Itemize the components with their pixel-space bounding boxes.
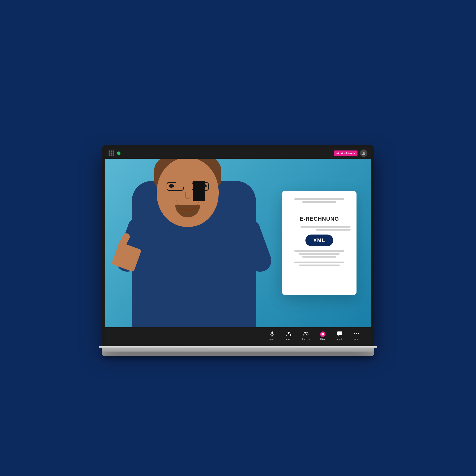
mute-button[interactable]: mute bbox=[265, 329, 280, 342]
head bbox=[157, 159, 219, 227]
laptop-base bbox=[102, 346, 374, 352]
mic-icon bbox=[269, 331, 275, 337]
laptop-bottom bbox=[102, 352, 374, 356]
more-label: more bbox=[354, 338, 359, 341]
glasses-left-frame bbox=[167, 182, 184, 191]
neck bbox=[176, 170, 192, 187]
thumb bbox=[117, 232, 131, 250]
chat-button[interactable]: chat bbox=[332, 329, 347, 342]
svg-point-8 bbox=[306, 332, 308, 333]
grid-dot bbox=[111, 150, 112, 152]
svg-rect-9 bbox=[337, 331, 342, 335]
hand bbox=[111, 242, 142, 272]
doc-line bbox=[302, 201, 337, 203]
hair bbox=[154, 159, 221, 189]
rec-label: REC bbox=[320, 337, 325, 340]
doc-line bbox=[299, 265, 340, 266]
document-card: E-RECHNUNG XML bbox=[282, 191, 357, 295]
glasses bbox=[167, 182, 209, 191]
beard bbox=[175, 205, 200, 217]
svg-point-7 bbox=[304, 332, 306, 333]
doc-lines-top bbox=[288, 198, 351, 203]
group-icon bbox=[303, 331, 309, 337]
grid-dot bbox=[113, 152, 114, 154]
screen-content: E-RECHNUNG XML bbox=[105, 159, 371, 327]
eye-right bbox=[201, 184, 207, 188]
svg-rect-1 bbox=[271, 331, 273, 334]
doc-lines-bot bbox=[288, 250, 351, 258]
glasses-bridge bbox=[186, 186, 190, 186]
rec-icon bbox=[320, 331, 326, 337]
svg-point-12 bbox=[358, 333, 359, 334]
doc-line bbox=[316, 229, 351, 231]
nose bbox=[185, 192, 190, 199]
grid-dot bbox=[113, 150, 114, 152]
doc-line bbox=[300, 226, 351, 228]
grid-dot bbox=[109, 150, 110, 152]
shirt bbox=[132, 181, 256, 327]
smile bbox=[177, 200, 199, 211]
control-bar: mute invite bbox=[105, 327, 371, 344]
laptop-screen-outer: +invite friends bbox=[102, 145, 374, 346]
laptop-hinge bbox=[99, 346, 377, 348]
laptop: +invite friends bbox=[102, 145, 374, 356]
user-avatar bbox=[360, 149, 367, 157]
mute-label: mute bbox=[269, 338, 275, 341]
doc-lines-extra bbox=[288, 262, 351, 266]
shirt-collar bbox=[193, 181, 205, 201]
arm-right bbox=[235, 216, 274, 275]
rec-button[interactable]: REC bbox=[315, 330, 330, 342]
svg-point-11 bbox=[356, 333, 357, 334]
doc-line bbox=[302, 256, 337, 258]
svg-point-0 bbox=[363, 152, 365, 153]
status-dot bbox=[117, 151, 120, 155]
grid-icon bbox=[109, 150, 114, 156]
laptop-screen-bezel: +invite friends bbox=[105, 148, 371, 344]
glasses-right-frame bbox=[192, 182, 209, 191]
friends-label: friends bbox=[302, 338, 310, 341]
doc-line bbox=[294, 262, 344, 263]
more-icon bbox=[354, 331, 359, 337]
doc-title: E-RECHNUNG bbox=[299, 216, 339, 222]
topbar-left bbox=[109, 150, 120, 156]
grid-dot bbox=[111, 152, 112, 154]
invite-label: invite bbox=[286, 338, 292, 341]
grid-dot bbox=[111, 154, 112, 156]
eye-left bbox=[169, 184, 174, 188]
svg-point-10 bbox=[354, 333, 355, 334]
grid-dot bbox=[109, 154, 110, 156]
chat-icon bbox=[337, 331, 342, 337]
arm-left bbox=[113, 214, 153, 275]
rec-square bbox=[322, 333, 324, 335]
grid-dot bbox=[113, 154, 114, 156]
friends-button[interactable]: friends bbox=[298, 329, 313, 342]
more-button[interactable]: more bbox=[349, 329, 364, 342]
xml-badge: XML bbox=[305, 235, 333, 246]
person-add-icon bbox=[286, 331, 292, 337]
grid-dot bbox=[109, 152, 110, 154]
doc-line bbox=[294, 198, 344, 200]
topbar-right: +invite friends bbox=[334, 149, 367, 157]
doc-line bbox=[299, 253, 340, 255]
invite-button[interactable]: invite bbox=[282, 329, 297, 342]
screen-topbar: +invite friends bbox=[105, 148, 371, 159]
chat-label: chat bbox=[337, 338, 342, 341]
scene: +invite friends bbox=[64, 64, 412, 412]
doc-line bbox=[294, 250, 344, 252]
invite-friends-button[interactable]: +invite friends bbox=[334, 150, 357, 156]
doc-lines-mid bbox=[288, 226, 351, 231]
svg-point-4 bbox=[288, 332, 290, 334]
person-figure bbox=[115, 159, 273, 327]
